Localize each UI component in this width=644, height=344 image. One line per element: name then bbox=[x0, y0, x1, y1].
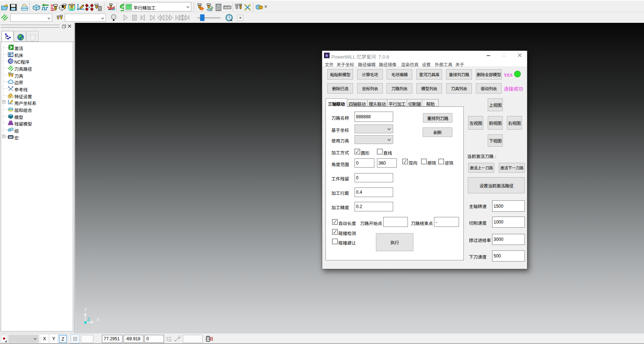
svg-text:Z: Z bbox=[87, 317, 90, 322]
svg-text:X: X bbox=[96, 317, 100, 323]
svg-text:Y: Y bbox=[84, 307, 87, 312]
